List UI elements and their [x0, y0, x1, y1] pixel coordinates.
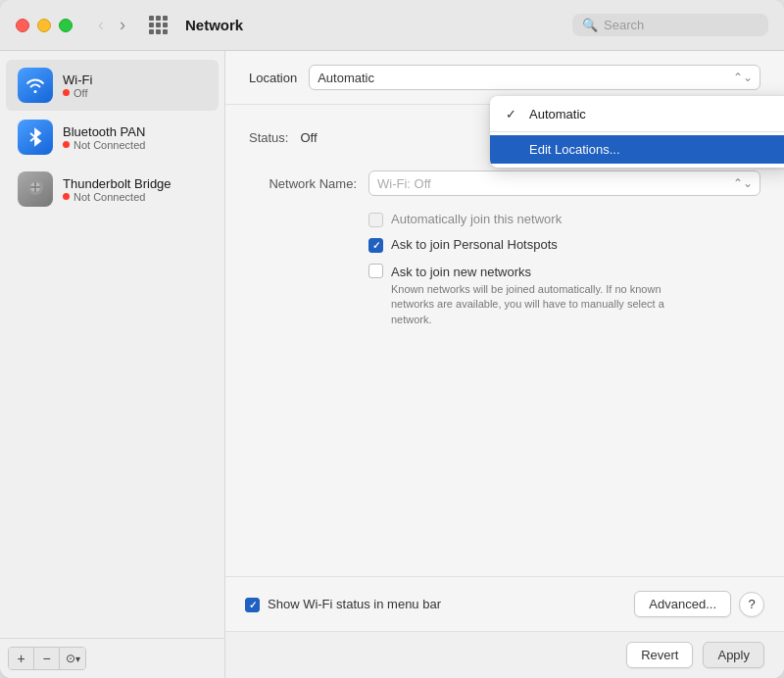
new-networks-checkbox[interactable]	[368, 264, 383, 278]
checkbox-row-new-networks: Ask to join new networks Known networks …	[368, 263, 760, 327]
bluetooth-pan-status: Not Connected	[63, 139, 145, 151]
location-label: Location	[249, 71, 297, 85]
apply-button[interactable]: Apply	[703, 642, 764, 668]
forward-button[interactable]: ›	[114, 13, 131, 37]
grid-icon[interactable]	[149, 16, 168, 34]
search-input[interactable]	[604, 18, 751, 32]
close-button[interactable]	[16, 19, 29, 32]
wifi-status-dot	[63, 89, 70, 96]
check-icon: ✓	[506, 107, 521, 121]
thunderbolt-bridge-name: Thunderbolt Bridge	[63, 176, 172, 191]
nav-buttons: ‹ ›	[92, 13, 131, 37]
add-network-button[interactable]: +	[9, 648, 34, 669]
sidebar-list: Wi-Fi Off	[0, 51, 224, 638]
footer-actions: Revert Apply	[225, 631, 784, 678]
wifi-status: Off	[63, 87, 92, 99]
advanced-button[interactable]: Advanced...	[634, 591, 731, 617]
window-title: Network	[185, 17, 561, 33]
dropdown-edit-locations-label: Edit Locations...	[529, 142, 620, 157]
checkbox-group: Automatically join this network Ask to j…	[368, 212, 760, 327]
wifi-name: Wi-Fi	[63, 73, 92, 87]
checkbox-row-auto-join: Automatically join this network	[368, 212, 760, 227]
auto-join-label: Automatically join this network	[391, 212, 562, 226]
bottom-bar: Show Wi-Fi status in menu bar Advanced..…	[225, 576, 784, 631]
thunderbolt-bridge-status-dot	[63, 193, 70, 200]
main-panel: Location Automatic ⌃⌄ ✓ Automatic ✓	[225, 51, 784, 678]
bluetooth-pan-status-dot	[63, 141, 70, 148]
network-name-row: Network Name: Wi-Fi: Off ⌃⌄	[249, 170, 760, 196]
new-networks-description: Known networks will be joined automatica…	[391, 282, 685, 327]
help-button[interactable]: ?	[739, 592, 764, 617]
panel-body: Status: Off Turn Wi-Fi On Network Name: …	[225, 105, 784, 576]
bottom-right-buttons: Advanced... ?	[634, 591, 764, 617]
content-area: Wi-Fi Off	[0, 51, 784, 678]
thunderbolt-bridge-status-label: Not Connected	[74, 191, 145, 203]
search-icon: 🔍	[582, 18, 598, 32]
bluetooth-icon	[18, 120, 53, 155]
back-button[interactable]: ‹	[92, 13, 110, 37]
remove-network-button[interactable]: −	[34, 648, 60, 669]
search-box[interactable]: 🔍	[572, 14, 768, 36]
dropdown-separator	[490, 131, 784, 132]
maximize-button[interactable]	[59, 19, 73, 32]
thunderbolt-bridge-status: Not Connected	[63, 191, 172, 203]
network-name-label: Network Name:	[249, 176, 357, 191]
bluetooth-pan-name: Bluetooth PAN	[63, 124, 145, 139]
new-networks-label: Ask to join new networks	[391, 265, 531, 279]
wifi-status-label: Off	[74, 87, 87, 99]
sidebar-item-bluetooth-pan[interactable]: Bluetooth PAN Not Connected	[6, 112, 219, 163]
action-menu-button[interactable]: ⊙ ▾	[60, 648, 85, 669]
show-wifi-row: Show Wi-Fi status in menu bar	[245, 597, 622, 612]
dropdown-automatic-label: Automatic	[529, 107, 586, 121]
dropdown-item-automatic[interactable]: ✓ Automatic	[490, 100, 784, 128]
location-bar: Location Automatic ⌃⌄ ✓ Automatic ✓	[225, 51, 784, 105]
sidebar-item-wifi[interactable]: Wi-Fi Off	[6, 60, 219, 111]
no-check-icon: ✓	[506, 142, 521, 157]
network-select-wrapper: Wi-Fi: Off ⌃⌄	[368, 170, 760, 196]
thunderbolt-bridge-info: Thunderbolt Bridge Not Connected	[63, 176, 172, 203]
show-wifi-status-checkbox[interactable]	[245, 598, 260, 612]
wifi-icon	[18, 68, 53, 103]
auto-join-checkbox[interactable]	[368, 213, 383, 227]
status-field-value: Off	[300, 130, 317, 145]
bluetooth-pan-status-label: Not Connected	[74, 139, 145, 151]
sidebar-action-group: + − ⊙ ▾	[8, 647, 86, 670]
new-networks-text-group: Ask to join new networks Known networks …	[391, 263, 685, 327]
checkbox-row-personal-hotspots: Ask to join Personal Hotspots	[368, 237, 760, 253]
system-preferences-window: ‹ › Network 🔍	[0, 0, 784, 678]
network-name-select[interactable]: Wi-Fi: Off	[368, 170, 760, 196]
show-wifi-status-label: Show Wi-Fi status in menu bar	[268, 597, 441, 611]
sidebar-item-thunderbolt-bridge[interactable]: Thunderbolt Bridge Not Connected	[6, 164, 219, 215]
title-bar: ‹ › Network 🔍	[0, 0, 784, 51]
location-dropdown-menu: ✓ Automatic ✓ Edit Locations...	[490, 96, 784, 168]
dropdown-item-edit-locations[interactable]: ✓ Edit Locations...	[490, 135, 784, 164]
wifi-info: Wi-Fi Off	[63, 73, 92, 99]
sidebar-footer: + − ⊙ ▾	[0, 638, 224, 678]
personal-hotspots-checkbox[interactable]	[368, 238, 383, 253]
minimize-button[interactable]	[37, 19, 51, 32]
bluetooth-pan-info: Bluetooth PAN Not Connected	[63, 124, 145, 151]
personal-hotspots-label: Ask to join Personal Hotspots	[391, 237, 558, 252]
status-field-label: Status:	[249, 130, 288, 145]
location-select[interactable]: Automatic	[309, 65, 760, 90]
location-select-wrapper: Automatic ⌃⌄	[309, 65, 760, 90]
revert-button[interactable]: Revert	[626, 642, 693, 668]
traffic-lights	[16, 19, 73, 32]
thunderbolt-icon	[18, 171, 53, 207]
sidebar: Wi-Fi Off	[0, 51, 225, 678]
